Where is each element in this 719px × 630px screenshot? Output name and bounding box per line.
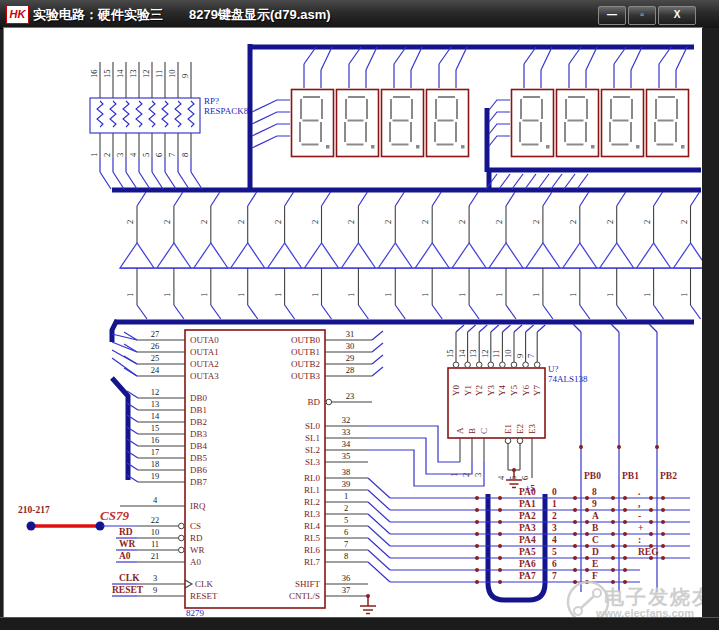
svg-text:RL6: RL6 — [304, 545, 321, 555]
svg-text:35: 35 — [342, 451, 351, 461]
svg-text:3: 3 — [552, 523, 557, 533]
respack-resistor: 14 3 — [115, 62, 137, 189]
svg-text:2: 2 — [605, 220, 615, 224]
svg-text:1: 1 — [310, 293, 320, 297]
cs79-label: CS79 — [100, 508, 129, 523]
display-right — [512, 47, 689, 157]
svg-text:5: 5 — [344, 515, 348, 525]
keypad-key-col3[interactable]: , — [638, 499, 690, 512]
svg-text:DB7: DB7 — [190, 477, 208, 487]
svg-text:OUTA0: OUTA0 — [190, 335, 219, 345]
buffer-unit: 2 1 — [341, 192, 375, 319]
minimize-button[interactable]: — — [598, 6, 626, 25]
display-right-select-leads — [489, 100, 510, 146]
buffer-unit: 2 1 — [120, 192, 154, 319]
svg-text:0: 0 — [552, 487, 557, 497]
reset-label: RESET — [112, 585, 144, 595]
svg-text:30: 30 — [346, 341, 355, 351]
svg-text:2: 2 — [552, 511, 557, 521]
svg-text:1: 1 — [162, 293, 172, 297]
svg-text:7: 7 — [552, 571, 557, 581]
svg-text:6: 6 — [154, 153, 164, 157]
close-button[interactable]: X — [658, 6, 696, 25]
svg-text:Y6: Y6 — [521, 385, 531, 396]
svg-text:11: 11 — [154, 70, 164, 78]
svg-text:4: 4 — [153, 495, 158, 505]
svg-text:1: 1 — [236, 293, 246, 297]
title-program: 8279键盘显示(d79.asm) — [189, 7, 331, 22]
keypad-row[interactable]: PA7 7 F — [368, 562, 640, 584]
svg-text:RL4: RL4 — [304, 521, 321, 531]
window-titlebar[interactable]: HK 实验电路：硬件实验三8279键盘显示(d79.asm) — ▫ X — [0, 0, 719, 29]
rd-label: RD — [119, 527, 133, 537]
decoder-74als138: U? 74ALS138 15 Y0 14 Y1 — [368, 325, 588, 493]
keypad-key-col3[interactable]: + — [638, 523, 690, 536]
svg-text:32: 32 — [342, 415, 351, 425]
svg-text:E: E — [592, 559, 598, 569]
buffer-unit: 2 1 — [268, 192, 302, 319]
buffer-unit: 2 1 — [378, 192, 412, 319]
pin-shift: 36 SHIFT — [295, 573, 368, 589]
svg-text:14: 14 — [457, 349, 467, 358]
svg-text:B: B — [592, 523, 599, 533]
display-digit — [337, 47, 379, 157]
svg-text:9: 9 — [592, 499, 597, 509]
svg-text:Y7: Y7 — [532, 385, 542, 396]
svg-text:10: 10 — [151, 527, 160, 537]
keypad-row[interactable]: PA6 6 E — [368, 550, 640, 572]
keypad-key-col3[interactable]: REG — [638, 547, 690, 560]
keypad-row[interactable]: PA2 2 A — [368, 502, 640, 524]
svg-text:1: 1 — [457, 293, 467, 297]
svg-text:2: 2 — [383, 220, 393, 224]
keypad-key-col3[interactable]: - — [638, 511, 690, 524]
maximize-button[interactable]: ▫ — [628, 6, 656, 25]
svg-text:2: 2 — [457, 220, 467, 224]
svg-text:9: 9 — [153, 585, 157, 595]
pin-bd: 23 BD — [307, 391, 372, 407]
keypad-key-col3[interactable]: . — [638, 487, 690, 500]
svg-text:Y1: Y1 — [463, 385, 473, 396]
svg-text:2: 2 — [642, 220, 652, 224]
keypad-row[interactable]: PA3 3 B — [368, 514, 640, 536]
pin-cntl: 37 CNTL/S — [289, 585, 376, 614]
respack-resistor: 15 2 — [102, 62, 124, 189]
svg-text:,: , — [638, 499, 641, 509]
svg-text:2: 2 — [679, 220, 689, 224]
display-left-select-leads — [252, 100, 290, 148]
svg-text:14: 14 — [151, 411, 160, 421]
svg-text:2: 2 — [273, 220, 283, 224]
svg-text:1: 1 — [125, 293, 135, 297]
svg-text:5: 5 — [552, 547, 557, 557]
svg-text:7: 7 — [167, 153, 177, 157]
svg-text:RL7: RL7 — [304, 557, 321, 567]
svg-text:OUTA1: OUTA1 — [190, 347, 219, 357]
svg-text:36: 36 — [342, 573, 351, 583]
pin-irq: 4 IRQ — [120, 495, 206, 511]
svg-text:2: 2 — [199, 220, 209, 224]
circuit-diagram: 16 1 15 2 — [4, 28, 702, 617]
pin-outa: 27 OUTA0 — [124, 329, 219, 345]
keypad-row[interactable]: PA1 1 9 — [368, 490, 640, 512]
svg-text:38: 38 — [342, 467, 351, 477]
svg-text:1: 1 — [642, 293, 652, 297]
svg-text:PA2: PA2 — [519, 511, 536, 521]
keypad-row[interactable]: PA5 5 D — [368, 538, 640, 560]
keypad-row[interactable]: PA0 0 8 — [368, 478, 640, 500]
svg-text:3: 3 — [153, 573, 157, 583]
respack: 16 1 15 2 — [89, 62, 249, 189]
svg-text:23: 23 — [346, 391, 355, 401]
svg-text:2: 2 — [494, 220, 504, 224]
pin-clk: 3 CLK — [137, 573, 214, 589]
svg-text:4: 4 — [496, 475, 506, 480]
svg-text:E1: E1 — [503, 424, 513, 434]
display-digit — [602, 47, 644, 157]
svg-text:1: 1 — [383, 293, 393, 297]
svg-text:7: 7 — [344, 539, 348, 549]
svg-text:12: 12 — [141, 70, 151, 79]
keypad-matrix: PB0 PB1 PB2 — [368, 324, 690, 600]
pin-outb: 31 OUTB0 — [291, 329, 383, 345]
keypad-row[interactable]: PA4 4 C — [368, 526, 640, 548]
svg-text:CLK: CLK — [195, 579, 214, 589]
svg-text:OUTB1: OUTB1 — [291, 347, 320, 357]
svg-text:1: 1 — [552, 499, 557, 509]
